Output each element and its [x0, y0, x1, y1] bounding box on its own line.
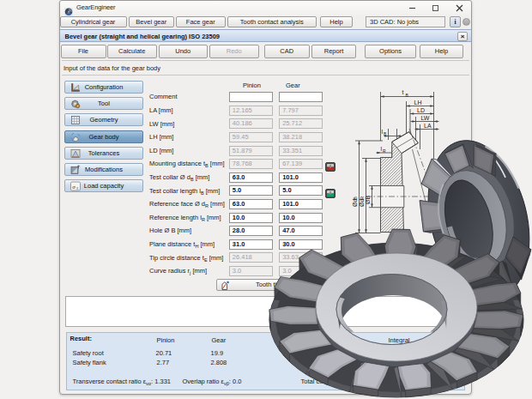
svg-text:σ: σ [72, 184, 76, 190]
